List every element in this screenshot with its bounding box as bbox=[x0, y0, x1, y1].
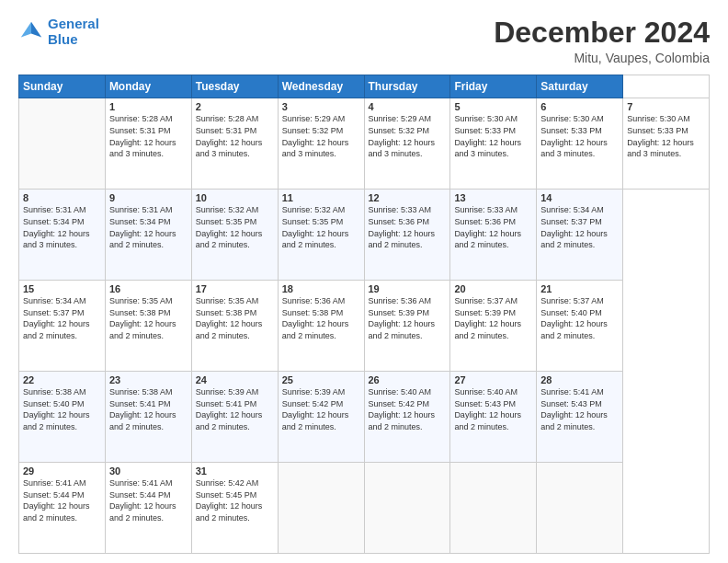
day-number: 9 bbox=[109, 192, 188, 203]
day-number: 6 bbox=[540, 101, 619, 112]
day-cell-14: 14 Sunrise: 5:34 AMSunset: 5:37 PMDaylig… bbox=[537, 190, 623, 281]
day-info: Sunrise: 5:37 AMSunset: 5:40 PMDaylight:… bbox=[540, 296, 608, 340]
calendar-header-row: SundayMondayTuesdayWednesdayThursdayFrid… bbox=[19, 75, 710, 98]
calendar-header-sunday: Sunday bbox=[19, 75, 106, 98]
day-number: 24 bbox=[196, 374, 274, 385]
day-cell-23: 23 Sunrise: 5:38 AMSunset: 5:41 PMDaylig… bbox=[105, 372, 191, 463]
calendar-body: 1 Sunrise: 5:28 AMSunset: 5:31 PMDayligh… bbox=[19, 98, 710, 554]
day-cell-26: 26 Sunrise: 5:40 AMSunset: 5:42 PMDaylig… bbox=[364, 372, 450, 463]
day-cell-3: 3 Sunrise: 5:29 AMSunset: 5:32 PMDayligh… bbox=[278, 98, 364, 190]
week-row-3: 15 Sunrise: 5:34 AMSunset: 5:37 PMDaylig… bbox=[19, 281, 710, 372]
day-number: 11 bbox=[282, 192, 360, 203]
day-info: Sunrise: 5:36 AMSunset: 5:38 PMDaylight:… bbox=[282, 296, 349, 340]
day-cell-15: 15 Sunrise: 5:34 AMSunset: 5:37 PMDaylig… bbox=[19, 281, 106, 372]
day-cell-28: 28 Sunrise: 5:41 AMSunset: 5:43 PMDaylig… bbox=[537, 372, 623, 463]
day-info: Sunrise: 5:30 AMSunset: 5:33 PMDaylight:… bbox=[540, 114, 608, 158]
day-number: 29 bbox=[23, 465, 101, 477]
day-number: 5 bbox=[454, 101, 532, 112]
calendar-header-friday: Friday bbox=[450, 75, 537, 98]
day-info: Sunrise: 5:40 AMSunset: 5:42 PMDaylight:… bbox=[369, 387, 436, 431]
svg-marker-1 bbox=[21, 21, 31, 37]
day-info: Sunrise: 5:39 AMSunset: 5:41 PMDaylight:… bbox=[196, 387, 263, 431]
day-info: Sunrise: 5:42 AMSunset: 5:45 PMDaylight:… bbox=[196, 478, 263, 523]
day-info: Sunrise: 5:30 AMSunset: 5:33 PMDaylight:… bbox=[627, 114, 694, 158]
day-info: Sunrise: 5:31 AMSunset: 5:34 PMDaylight:… bbox=[23, 205, 90, 249]
day-info: Sunrise: 5:37 AMSunset: 5:39 PMDaylight:… bbox=[454, 296, 521, 340]
day-info: Sunrise: 5:38 AMSunset: 5:40 PMDaylight:… bbox=[23, 387, 90, 431]
header: General Blue December 2024 Mitu, Vaupes,… bbox=[18, 17, 710, 65]
calendar-header-tuesday: Tuesday bbox=[191, 75, 278, 98]
title-block: December 2024 Mitu, Vaupes, Colombia bbox=[494, 17, 710, 65]
empty-cell bbox=[278, 463, 364, 554]
calendar-header-monday: Monday bbox=[105, 75, 191, 98]
day-cell-19: 19 Sunrise: 5:36 AMSunset: 5:39 PMDaylig… bbox=[364, 281, 450, 372]
day-number: 2 bbox=[196, 101, 274, 112]
day-number: 7 bbox=[627, 101, 705, 112]
day-cell-9: 9 Sunrise: 5:31 AMSunset: 5:34 PMDayligh… bbox=[105, 190, 191, 281]
day-number: 8 bbox=[23, 192, 101, 203]
day-info: Sunrise: 5:41 AMSunset: 5:44 PMDaylight:… bbox=[23, 478, 90, 523]
day-info: Sunrise: 5:34 AMSunset: 5:37 PMDaylight:… bbox=[23, 296, 90, 340]
day-info: Sunrise: 5:40 AMSunset: 5:43 PMDaylight:… bbox=[454, 387, 521, 431]
day-cell-29: 29 Sunrise: 5:41 AMSunset: 5:44 PMDaylig… bbox=[19, 463, 106, 554]
page: General Blue December 2024 Mitu, Vaupes,… bbox=[0, 0, 728, 563]
day-number: 19 bbox=[369, 283, 447, 294]
day-info: Sunrise: 5:32 AMSunset: 5:35 PMDaylight:… bbox=[196, 205, 263, 249]
day-info: Sunrise: 5:33 AMSunset: 5:36 PMDaylight:… bbox=[454, 205, 521, 249]
day-number: 13 bbox=[454, 192, 532, 203]
day-number: 10 bbox=[196, 192, 274, 203]
day-number: 23 bbox=[109, 374, 188, 385]
day-number: 28 bbox=[540, 374, 619, 385]
day-cell-8: 8 Sunrise: 5:31 AMSunset: 5:34 PMDayligh… bbox=[19, 190, 106, 281]
day-info: Sunrise: 5:30 AMSunset: 5:33 PMDaylight:… bbox=[454, 114, 521, 158]
day-number: 16 bbox=[109, 283, 188, 294]
location-subtitle: Mitu, Vaupes, Colombia bbox=[494, 51, 710, 65]
week-row-5: 29 Sunrise: 5:41 AMSunset: 5:44 PMDaylig… bbox=[19, 463, 710, 554]
day-cell-4: 4 Sunrise: 5:29 AMSunset: 5:32 PMDayligh… bbox=[364, 98, 450, 190]
day-number: 4 bbox=[369, 101, 447, 112]
day-info: Sunrise: 5:38 AMSunset: 5:41 PMDaylight:… bbox=[109, 387, 176, 431]
day-number: 31 bbox=[196, 465, 274, 477]
day-cell-12: 12 Sunrise: 5:33 AMSunset: 5:36 PMDaylig… bbox=[364, 190, 450, 281]
day-info: Sunrise: 5:32 AMSunset: 5:35 PMDaylight:… bbox=[282, 205, 349, 249]
day-number: 17 bbox=[196, 283, 274, 294]
calendar-table: SundayMondayTuesdayWednesdayThursdayFrid… bbox=[18, 75, 710, 554]
day-cell-18: 18 Sunrise: 5:36 AMSunset: 5:38 PMDaylig… bbox=[278, 281, 364, 372]
logo-text: General Blue bbox=[48, 17, 99, 47]
day-info: Sunrise: 5:28 AMSunset: 5:31 PMDaylight:… bbox=[109, 114, 176, 158]
calendar-header-saturday: Saturday bbox=[537, 75, 623, 98]
empty-cell bbox=[364, 463, 450, 554]
day-cell-27: 27 Sunrise: 5:40 AMSunset: 5:43 PMDaylig… bbox=[450, 372, 537, 463]
day-info: Sunrise: 5:28 AMSunset: 5:31 PMDaylight:… bbox=[196, 114, 263, 158]
day-number: 18 bbox=[282, 283, 360, 294]
day-info: Sunrise: 5:34 AMSunset: 5:37 PMDaylight:… bbox=[540, 205, 608, 249]
day-cell-31: 31 Sunrise: 5:42 AMSunset: 5:45 PMDaylig… bbox=[191, 463, 278, 554]
svg-marker-0 bbox=[31, 21, 41, 37]
day-cell-22: 22 Sunrise: 5:38 AMSunset: 5:40 PMDaylig… bbox=[19, 372, 106, 463]
logo-icon bbox=[18, 19, 44, 45]
week-row-4: 22 Sunrise: 5:38 AMSunset: 5:40 PMDaylig… bbox=[19, 372, 710, 463]
day-number: 25 bbox=[282, 374, 360, 385]
empty-cell bbox=[450, 463, 537, 554]
day-info: Sunrise: 5:36 AMSunset: 5:39 PMDaylight:… bbox=[369, 296, 436, 340]
day-cell-24: 24 Sunrise: 5:39 AMSunset: 5:41 PMDaylig… bbox=[191, 372, 278, 463]
day-info: Sunrise: 5:31 AMSunset: 5:34 PMDaylight:… bbox=[109, 205, 176, 249]
day-number: 27 bbox=[454, 374, 532, 385]
day-info: Sunrise: 5:35 AMSunset: 5:38 PMDaylight:… bbox=[196, 296, 263, 340]
month-title: December 2024 bbox=[494, 17, 710, 49]
day-info: Sunrise: 5:33 AMSunset: 5:36 PMDaylight:… bbox=[369, 205, 436, 249]
day-number: 20 bbox=[454, 283, 532, 294]
day-number: 15 bbox=[23, 283, 101, 294]
day-info: Sunrise: 5:29 AMSunset: 5:32 PMDaylight:… bbox=[369, 114, 436, 158]
day-cell-2: 2 Sunrise: 5:28 AMSunset: 5:31 PMDayligh… bbox=[191, 98, 278, 190]
day-number: 1 bbox=[109, 101, 188, 112]
day-cell-13: 13 Sunrise: 5:33 AMSunset: 5:36 PMDaylig… bbox=[450, 190, 537, 281]
day-cell-1: 1 Sunrise: 5:28 AMSunset: 5:31 PMDayligh… bbox=[105, 98, 191, 190]
day-info: Sunrise: 5:41 AMSunset: 5:43 PMDaylight:… bbox=[540, 387, 608, 431]
logo: General Blue bbox=[18, 17, 99, 47]
day-info: Sunrise: 5:41 AMSunset: 5:44 PMDaylight:… bbox=[109, 478, 176, 523]
day-cell-7: 7 Sunrise: 5:30 AMSunset: 5:33 PMDayligh… bbox=[623, 98, 710, 190]
day-number: 30 bbox=[109, 465, 188, 477]
day-number: 14 bbox=[540, 192, 619, 203]
day-number: 22 bbox=[23, 374, 101, 385]
